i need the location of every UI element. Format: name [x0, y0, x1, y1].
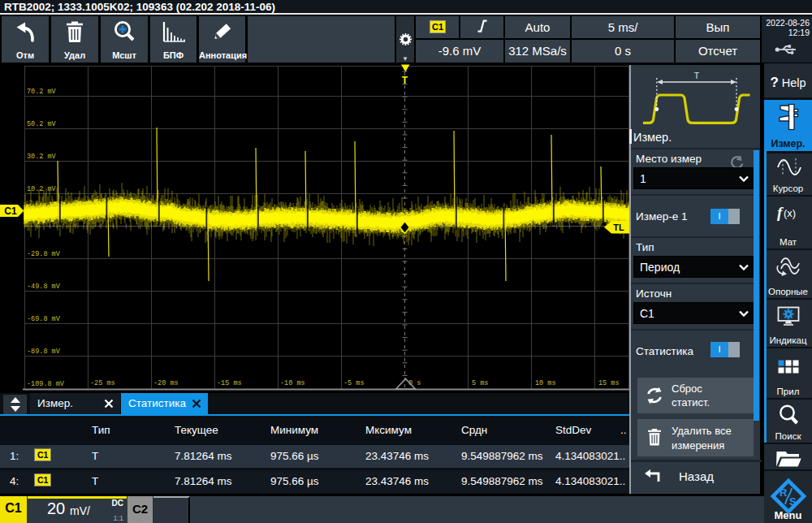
- svg-text:f: f: [777, 204, 784, 221]
- svg-text:-29.8 mV: -29.8 mV: [27, 250, 61, 258]
- svg-text:-109.8 mV: -109.8 mV: [27, 380, 65, 388]
- svg-text:-25 ms: -25 ms: [90, 379, 115, 387]
- svg-text:-10 ms: -10 ms: [280, 379, 305, 387]
- svg-text:(x): (x): [784, 207, 796, 219]
- svg-text:S: S: [789, 495, 797, 508]
- svg-text:70.2 mV: 70.2 mV: [27, 88, 57, 96]
- svg-text:10.2 mV: 10.2 mV: [27, 185, 57, 193]
- svg-text:10 ms: 10 ms: [535, 379, 556, 387]
- svg-text:5 ms: 5 ms: [472, 379, 488, 387]
- svg-text:-89.8 mV: -89.8 mV: [27, 348, 61, 356]
- svg-text:-49.8 mV: -49.8 mV: [27, 283, 61, 291]
- svg-text:50.2 mV: 50.2 mV: [27, 120, 57, 128]
- svg-text:30.2 mV: 30.2 mV: [27, 153, 57, 161]
- svg-text:-5 ms: -5 ms: [343, 379, 365, 387]
- svg-text:-69.8 mV: -69.8 mV: [27, 315, 61, 323]
- svg-text:T: T: [694, 71, 700, 80]
- svg-text:TL: TL: [613, 223, 624, 232]
- svg-text:15 ms: 15 ms: [598, 379, 620, 387]
- svg-text:-15 ms: -15 ms: [217, 379, 242, 387]
- svg-text:T: T: [402, 75, 408, 86]
- svg-text:R: R: [780, 486, 788, 499]
- svg-text:-20 ms: -20 ms: [153, 379, 179, 387]
- svg-text:C1: C1: [4, 205, 17, 217]
